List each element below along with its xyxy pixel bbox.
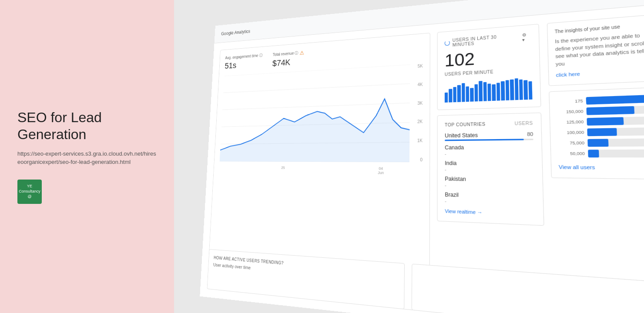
page-title: SEO for Lead Generation <box>17 109 157 143</box>
mini-bar-item <box>470 88 473 102</box>
horiz-bar-fill <box>588 150 599 157</box>
warn-icon: ⚠ <box>300 50 305 56</box>
engagement-value: 51s <box>225 59 262 71</box>
horiz-bar-track <box>586 105 644 115</box>
horiz-bar-row: 150,000 <box>557 105 644 116</box>
y-label-5k: 5K <box>418 63 423 68</box>
horiz-bar-row: 100,000 <box>557 127 644 137</box>
horiz-bar-row: 50,000 <box>558 150 644 158</box>
country-row-in: India - <box>445 160 534 173</box>
y-axis-labels: 5K 4K 3K 2K 1K 0 <box>417 63 423 162</box>
line-chart-svg <box>220 64 410 162</box>
horiz-bar-fill <box>587 139 608 147</box>
view-realtime-link[interactable]: View realtime → <box>445 208 535 217</box>
country-dash-ca: - <box>445 151 533 156</box>
horiz-bars: 175150,000125,000100,00075,00050,000 <box>557 94 644 157</box>
analytics-bg: Google Analytics Avg. engagement time ⓘ … <box>200 0 644 313</box>
mini-bar-item <box>523 80 527 100</box>
analytics-container: Google Analytics Avg. engagement time ⓘ … <box>200 0 644 313</box>
horiz-bar-track <box>588 150 644 158</box>
mini-bar-item <box>449 89 453 102</box>
line-chart: 5K 4K 3K 2K 1K 0 <box>219 63 423 175</box>
mini-bar-item <box>496 83 500 100</box>
horiz-bar-fill <box>586 95 644 104</box>
realtime-card: USERS IN LAST 30 MINUTES ⚙ ▾ 102 USERS P… <box>437 24 541 110</box>
mini-bar-item <box>445 93 448 103</box>
country-row-us: United States 80 <box>445 131 533 141</box>
mini-bar-item <box>453 87 456 102</box>
countries-title: TOP COUNTRIES USERS <box>445 120 533 127</box>
horiz-bar-label: 100,000 <box>557 130 584 135</box>
realtime-refresh-icon <box>445 40 450 46</box>
company-badge: YE Consultancy @ <box>17 180 42 204</box>
top-countries-card: TOP COUNTRIES USERS United States 80 <box>437 113 544 226</box>
country-dash-pk: - <box>445 183 534 190</box>
mini-bars <box>445 77 533 102</box>
horiz-bar-track <box>587 138 644 147</box>
insights-link[interactable]: click here <box>556 71 580 78</box>
page-url: https://seo-expert-services.s3.gra.io.cl… <box>17 150 157 166</box>
x-axis-labels: 25 04Jun <box>219 165 409 175</box>
horiz-bar-row: 75,000 <box>558 138 644 147</box>
x-label-blank <box>330 166 330 174</box>
mini-bar-item <box>457 85 461 102</box>
y-label-3k: 3K <box>417 100 423 105</box>
y-label-4k: 4K <box>418 82 423 87</box>
horiz-bar-label: 125,000 <box>557 120 584 125</box>
x-label-1 <box>239 165 239 173</box>
insights-text: Is the experience you are able to define… <box>555 30 644 68</box>
svg-line-1 <box>223 83 410 93</box>
country-name-us: United States <box>445 132 478 139</box>
mini-bar-item <box>483 82 486 101</box>
horiz-bar-label: 50,000 <box>558 151 585 156</box>
horiz-bar-track <box>587 127 644 137</box>
realtime-title: USERS IN LAST 30 MINUTES ⚙ ▾ <box>445 32 531 48</box>
horiz-bar-label: 150,000 <box>557 109 584 114</box>
country-dash-in: - <box>445 167 534 173</box>
mini-bar-item <box>492 84 496 101</box>
horiz-bar-label: 75,000 <box>558 140 584 146</box>
left-panel: SEO for Lead Generation https://seo-expe… <box>0 0 174 313</box>
mini-bar-item <box>501 81 505 101</box>
horiz-bar-row: 175 <box>557 94 644 106</box>
horiz-bar-track <box>587 116 644 126</box>
country-bar-us-fill <box>445 139 524 141</box>
mini-bar-item <box>488 83 492 101</box>
horiz-bar-row: 125,000 <box>557 116 644 126</box>
horiz-bar-fill <box>587 128 617 136</box>
country-name-ca: Canada <box>445 144 533 151</box>
horiz-bar-fill <box>586 106 634 115</box>
badge-text: YE Consultancy <box>17 184 42 194</box>
country-name-in: India <box>445 160 534 167</box>
country-name-pk: Pakistan <box>445 176 534 183</box>
horiz-bar-card: 175150,000125,000100,00075,00050,000 Vie… <box>549 87 644 180</box>
mini-bar-item <box>466 87 470 102</box>
revenue-value: $74K <box>272 57 304 69</box>
mini-bar-item <box>514 78 518 100</box>
y-label-1k: 1K <box>417 138 423 143</box>
analytics-header-title: Google Analytics <box>221 29 250 37</box>
mini-bar-item <box>462 83 465 102</box>
mini-bar-item <box>505 80 509 100</box>
right-analytics-panel: The insights of your site use Is the exp… <box>547 13 644 313</box>
y-label-2k: 2K <box>417 120 423 124</box>
mini-bar-item <box>528 81 532 100</box>
horiz-bar-fill <box>587 117 624 126</box>
country-row-br: Brazil - <box>445 191 535 206</box>
horiz-bar-track <box>586 94 644 105</box>
x-label-jun: 04Jun <box>378 166 384 175</box>
view-all-link[interactable]: View all users <box>559 164 595 170</box>
insights-card: The insights of your site use Is the exp… <box>547 13 644 86</box>
realtime-settings-icon: ⚙ ▾ <box>522 32 531 43</box>
country-row-pk: Pakistan - <box>445 176 534 190</box>
mini-bar-item <box>510 80 514 100</box>
country-row-ca: Canada - <box>445 144 533 156</box>
badge-icon: @ <box>27 194 31 200</box>
horiz-bar-label: 175 <box>557 99 583 104</box>
y-label-0: 0 <box>420 157 423 162</box>
mini-bar-item <box>479 81 482 101</box>
mini-bar-item <box>519 80 523 100</box>
mini-bar-item <box>474 84 478 102</box>
metric-revenue: Total revenue ⓘ ⚠ $74K <box>272 50 305 69</box>
metric-engagement: Avg. engagement time ⓘ 51s <box>225 53 263 71</box>
